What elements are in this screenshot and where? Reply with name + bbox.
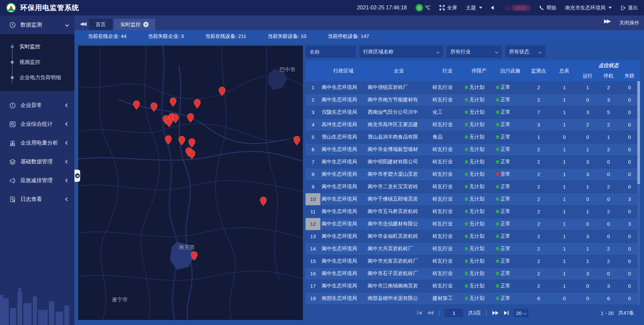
- table-row[interactable]: 15阆中生态环境局阆中市光富页岩机砖厂砖瓦行业无计划正常21120: [306, 255, 640, 267]
- mute-button[interactable]: [491, 5, 496, 10]
- map-pin-icon[interactable]: [172, 114, 179, 125]
- stats-bar: 当前在线企业: 44 当前失联企业: 3 当前在线设备: 211 当前失联设备:…: [74, 30, 644, 42]
- table-row[interactable]: 12阆中生态环境局阆中市忠信建材有限公砖瓦行业无计划正常21003: [306, 218, 640, 230]
- tabs-scroll-right-icon[interactable]: ▶▶: [603, 18, 612, 28]
- org-menu[interactable]: 南充市生态环境局: [565, 5, 612, 11]
- map-pin-icon[interactable]: [187, 113, 194, 124]
- table-cell: 阆中生态环境局: [320, 156, 366, 168]
- table-cell: 无计划: [464, 292, 495, 305]
- map-pin-icon[interactable]: [293, 136, 301, 147]
- table-cell: 13: [306, 230, 320, 242]
- sidebar-item-logs[interactable]: 日志查看: [0, 190, 74, 209]
- page-size-select[interactable]: 20: [514, 309, 529, 317]
- table-cell: 3: [577, 267, 598, 280]
- table-row[interactable]: 7阆中生态环境局阆中明阳建材有限公司砖瓦行业无计划正常21300: [306, 156, 640, 168]
- industry-filter-select[interactable]: 所有行业: [446, 46, 502, 58]
- page-last-icon[interactable]: [503, 311, 509, 315]
- sidebar-collapse-button[interactable]: ◀: [74, 170, 80, 182]
- map-pin-icon[interactable]: [165, 135, 172, 146]
- table-cell: 0: [619, 131, 640, 143]
- sidebar-item-base-data[interactable]: 基础数据管理: [0, 152, 74, 171]
- page-prev-icon[interactable]: [427, 311, 434, 315]
- table-row[interactable]: 1阆中生态环境局阆中强锐页岩砖厂砖瓦行业无计划正常21120: [306, 81, 640, 94]
- table-cell: 砖瓦行业: [431, 230, 464, 242]
- table-row[interactable]: 6阆中生态环境局阆中市金博瑞新型墙材砖瓦行业无计划正常21120: [306, 143, 640, 156]
- table-row[interactable]: 13阆中生态环境局阆中市金福旺页岩机砖砖瓦行业无计划正常21300: [306, 230, 640, 242]
- table-cell: 正常: [495, 218, 526, 230]
- table-row[interactable]: 5营山生态环境局营山县润丰肉食品有限食品无计划正常10010: [306, 131, 640, 143]
- table-cell: 砖瓦行业: [431, 280, 464, 292]
- table-row[interactable]: 17阆中生态环境局阆中市江南镇阆南页岩砖瓦行业无计划正常21030: [306, 280, 640, 292]
- status-filter-select[interactable]: 所有状态: [505, 46, 545, 58]
- fullscreen-button[interactable]: 全屏: [439, 5, 457, 11]
- page-next-icon[interactable]: [492, 311, 499, 315]
- table-row[interactable]: 11阆中生态环境局阆中市五马桥页岩机砖砖瓦行业无计划正常21120: [306, 205, 640, 218]
- table-row[interactable]: 8阆中生态环境局阆中市枣碧大梁山页岩砖瓦行业无计划异常21300: [306, 168, 640, 180]
- tabs-scroll-left-icon[interactable]: ◀◀: [79, 21, 88, 30]
- theme-menu[interactable]: 主题: [466, 5, 482, 11]
- table-cell: 无计划: [464, 205, 495, 218]
- tab-home[interactable]: 首页: [89, 19, 112, 30]
- help-button[interactable]: 帮助: [539, 5, 556, 11]
- table-cell: 阆中生态环境局: [320, 81, 366, 94]
- map-pin-icon[interactable]: [178, 136, 185, 147]
- table-cell: 16: [306, 267, 320, 280]
- close-operations-button[interactable]: 关闭操作: [619, 20, 639, 26]
- tab-realtime-monitor[interactable]: 实时监控 ×: [114, 19, 155, 30]
- table-row[interactable]: 10阆中生态环境局阆中千佛镇五郎垭页岩砖瓦行业无计划正常21003: [306, 193, 640, 205]
- table-cell: 营山县润丰肉食品有限: [366, 131, 431, 143]
- map-pin-icon[interactable]: [150, 102, 158, 113]
- table-row[interactable]: 18南部生态环境局南部县砌华水泥有限公建材加工无计划正常60060: [306, 292, 640, 305]
- sidebar-item-realtime-monitor[interactable]: 实时监控: [0, 39, 74, 54]
- map-pin-icon[interactable]: [188, 150, 196, 161]
- notifications-button[interactable]: 2632: [504, 5, 530, 11]
- table-cell: 南充市高坪区王家店建: [366, 118, 431, 131]
- scrollbar-thumb[interactable]: [637, 81, 640, 184]
- col-region: 行政区域: [320, 60, 366, 81]
- table-cell: 无计划: [464, 180, 495, 193]
- table-cell: 正常: [495, 255, 526, 267]
- sidebar-item-company-abnormal[interactable]: 企业异常: [0, 96, 74, 115]
- table-row[interactable]: 9阆中生态环境局阆中市二龙长宝页岩砖砖瓦行业无计划正常21120: [306, 180, 640, 193]
- name-filter[interactable]: [306, 46, 356, 58]
- map-city-label: 南充市: [179, 244, 195, 251]
- map-pin-icon[interactable]: [169, 97, 177, 108]
- table-row[interactable]: 14阆中生态环境局阆中大兴页岩机砖厂砖瓦行业无计划正常21120: [306, 242, 640, 255]
- map-pin-icon[interactable]: [133, 100, 140, 111]
- map-pin-icon[interactable]: [191, 251, 198, 262]
- sidebar-item-data-monitor[interactable]: 数据监测: [0, 15, 74, 34]
- table-cell: 砖瓦行业: [431, 81, 464, 94]
- sidebar: 数据监测 实时监控 视频监控 企业电力负荷明细 企业异常: [0, 15, 74, 325]
- sidebar-item-video-monitor[interactable]: 视频监控: [0, 54, 74, 70]
- col-meter: 总表: [551, 60, 577, 81]
- table-row[interactable]: 16阆中生态环境局阆中市石子页岩机砖厂砖瓦行业无计划正常21300: [306, 267, 640, 280]
- table-cell: 砖瓦行业: [431, 118, 464, 131]
- table-cell: 3: [577, 106, 598, 118]
- sidebar-item-power-load-detail[interactable]: 企业电力负荷明细: [0, 70, 74, 85]
- logout-button[interactable]: 退出: [621, 5, 638, 11]
- table-cell: 1: [577, 143, 598, 156]
- name-filter-input[interactable]: [310, 49, 352, 55]
- page-first-icon[interactable]: [417, 311, 422, 315]
- status-dot-icon: [496, 172, 499, 176]
- tab-close-icon[interactable]: ×: [143, 22, 149, 27]
- sidebar-item-label: 应急减排管理: [20, 177, 53, 184]
- map-pin-icon[interactable]: [260, 197, 267, 208]
- table-header: 行政区域 企业 行业 停限产 治污设施 监测点 总表 点位状态 运行: [306, 60, 640, 81]
- table-cell: 阆中生态环境局: [320, 242, 366, 255]
- map-pin-icon[interactable]: [218, 87, 226, 98]
- sidebar-item-company-statistics[interactable]: 企业综合统计: [0, 115, 74, 133]
- sidebar-item-emergency[interactable]: 应急减排管理: [0, 171, 74, 190]
- table-row[interactable]: 2阆中生态环境局阆中市南方节能建材有砖瓦行业无计划正常21030: [306, 94, 640, 106]
- table-row[interactable]: 4高坪生态环境局南充市高坪区王家店建砖瓦行业无计划正常31220: [306, 118, 640, 131]
- table-row[interactable]: 3仪陇生态环境局西南油气田分公司川中化工无计划正常71350: [306, 106, 640, 118]
- table-cell: 1: [551, 280, 577, 292]
- page-number-input[interactable]: [444, 309, 463, 317]
- region-filter-select[interactable]: 行政区域名称: [359, 46, 443, 58]
- table-scrollbar[interactable]: [637, 81, 640, 305]
- table-cell: 1: [551, 242, 577, 255]
- map-pin-icon[interactable]: [194, 99, 201, 110]
- monitor-icon: [9, 22, 16, 28]
- sidebar-item-power-analysis[interactable]: 企业用电量分析: [0, 133, 74, 152]
- map-panel[interactable]: 巴中市南充市遂宁市: [78, 46, 303, 320]
